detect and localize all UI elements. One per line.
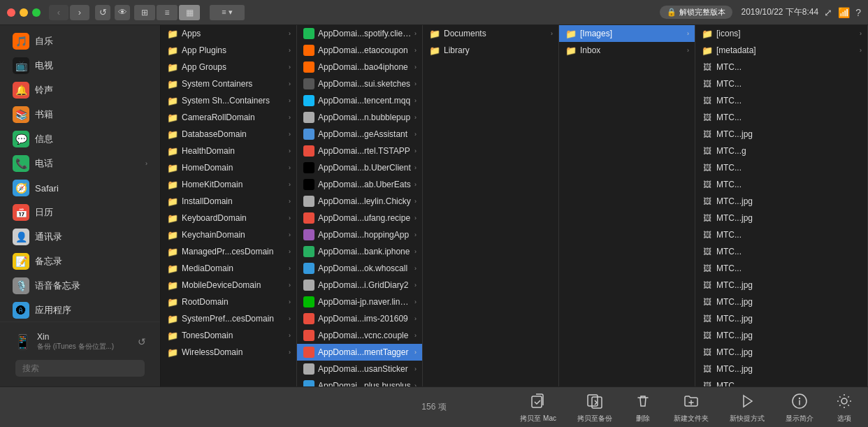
panel2-row-14[interactable]: AppDomai...ok.whoscall › [297,260,422,277]
panel2-row-13[interactable]: AppDomai...bank.iphone › [297,243,422,260]
search-input[interactable] [15,360,145,377]
panel2-row-4[interactable]: AppDomai...tencent.mqq › [297,92,422,109]
panel5-row-7[interactable]: 🖼 MTC...g [695,143,867,159]
panel1-row-15[interactable]: 📁 MobileDeviceDomain › [161,277,296,294]
panel2-row-9[interactable]: AppDomai...ab.UberEats › [297,176,422,193]
device-item[interactable]: 📱 Xin 备份 (iTunes 备份位置...) ↺ [8,328,152,356]
panel1-row-11[interactable]: 📁 KeyboardDomain › [161,210,296,226]
panel5-row-3[interactable]: 🖼 MTC... [695,75,867,92]
sidebar-item-calendar[interactable]: 📅 日历 [4,201,156,224]
panel2-row-16[interactable]: AppDomai-jp.naver.line... › [297,294,422,310]
panel5-row-0[interactable]: 📁 [icons] › [695,25,867,42]
panel1-row-7[interactable]: 📁 HealthDomain › [161,143,296,159]
help-icon[interactable]: ? [855,7,861,18]
panel1-row-2[interactable]: 📁 App Groups › [161,59,296,75]
sidebar-item-voice[interactable]: 🎙️ 语音备忘录 [4,274,156,298]
copy-mac-btn[interactable]: 拷贝至 Mac [520,391,556,424]
view-list-btn[interactable]: ≡ [157,5,178,20]
panel2-row-11[interactable]: AppDomai...ufang.recipe › [297,210,422,226]
sidebar-item-safari[interactable]: 🧭 Safari [4,176,156,200]
panel2-row-18[interactable]: AppDomai...vcnc.couple › [297,327,422,344]
eye-btn[interactable]: 👁 [115,5,130,20]
panel1-row-14[interactable]: 📁 MediaDomain › [161,260,296,277]
unlock-button[interactable]: 🔒 解锁完整版本 [660,6,732,19]
panel1-row-17[interactable]: 📁 SystemPref...cesDomain › [161,310,296,327]
panel1-row-10[interactable]: 📁 InstallDomain › [161,193,296,210]
sidebar-item-messages[interactable]: 💬 信息 [4,127,156,151]
panel2-row-2[interactable]: AppDomai...bao4iphone › [297,59,422,75]
panel5-row-9[interactable]: 🖼 MTC... [695,176,867,193]
panel1-row-5[interactable]: 📁 CameraRollDomain › [161,109,296,126]
minimize-btn[interactable] [20,8,28,17]
close-btn[interactable] [7,8,15,17]
panel-1-scroll[interactable]: 📁 Apps › 📁 App Plugins › 📁 App Groups › … [161,25,296,386]
panel5-row-14[interactable]: 🖼 MTC... [695,260,867,277]
panel2-row-5[interactable]: AppDomai...n.bubblepup › [297,109,422,126]
sidebar-item-ringtones[interactable]: 🔔 铃声 [4,78,156,102]
view-column-btn[interactable]: ▦ [179,5,200,20]
panel2-row-1[interactable]: AppDomai...etaocoupon › [297,42,422,59]
panel2-row-10[interactable]: AppDomai...leylin.Chicky › [297,193,422,210]
panel2-row-7[interactable]: AppDomai...rtel.TSTAPP › [297,143,422,159]
panel-2-scroll[interactable]: AppDomai...spotify.client... › AppDomai.… [297,25,422,386]
sidebar-item-appstore[interactable]: 🅐 应用程序 [4,298,156,321]
panel5-row-4[interactable]: 🖼 MTC... [695,92,867,109]
panel2-row-0[interactable]: AppDomai...spotify.client... › [297,25,422,42]
panel1-row-6[interactable]: 📁 DatabaseDomain › [161,126,296,143]
panel1-row-0[interactable]: 📁 Apps › [161,25,296,42]
panel-5-scroll[interactable]: 📁 [icons] › 📁 [metadata] › 🖼 MTC... 🖼 MT… [695,25,867,386]
panel2-row-21[interactable]: AppDomai...plus.busplus › [297,377,422,386]
sidebar-item-contacts[interactable]: 👤 通讯录 [4,225,156,249]
sidebar-item-books[interactable]: 📚 书籍 [4,103,156,126]
panel5-row-2[interactable]: 🖼 MTC... [695,59,867,75]
panel1-row-19[interactable]: 📁 WirelessDomain › [161,344,296,361]
panel2-row-15[interactable]: AppDomai...i.GridDiary2 › [297,277,422,294]
quick-look-btn[interactable]: 新快提方式 [730,391,765,424]
sidebar-item-phone[interactable]: 📞 电话 › [4,152,156,175]
panel1-row-12[interactable]: 📁 KeychainDomain › [161,226,296,243]
panel5-row-16[interactable]: 🖼 MTC...jpg [695,294,867,310]
panel-3-scroll[interactable]: 📁 Documents › 📁 Library [423,25,558,386]
panel5-row-19[interactable]: 🖼 MTC...jpg [695,344,867,361]
back-btn[interactable]: ‹ [49,5,68,20]
view-grid-btn[interactable]: ⊞ [134,5,155,20]
panel2-row-6[interactable]: AppDomai...geAssistant › [297,126,422,143]
info-btn[interactable]: 显示简介 [786,391,813,424]
panel1-row-4[interactable]: 📁 System Sh...Containers › [161,92,296,109]
new-folder-btn[interactable]: 新建文件夹 [674,391,709,424]
panel5-row-5[interactable]: 🖼 MTC... [695,109,867,126]
panel2-row-12[interactable]: AppDomai...hoppingApp › [297,226,422,243]
panel5-row-6[interactable]: 🖼 MTC...jpg [695,126,867,143]
panel5-row-18[interactable]: 🖼 MTC...jpg [695,327,867,344]
refresh-btn[interactable]: ↺ [95,5,110,20]
sidebar-item-apps[interactable]: 🎵 自乐 [4,29,156,53]
panel1-row-1[interactable]: 📁 App Plugins › [161,42,296,59]
panel2-row-19[interactable]: AppDomai...mentTagger › [297,344,422,361]
panel1-row-9[interactable]: 📁 HomeKitDomain › [161,176,296,193]
panel5-row-17[interactable]: 🖼 MTC...jpg [695,310,867,327]
panel-4-scroll[interactable]: 📁 [Images] › 📁 Inbox › [559,25,695,386]
panel5-row-13[interactable]: 🖼 MTC... [695,243,867,260]
panel2-row-8[interactable]: AppDomai...b.UberClient › [297,159,422,176]
panel1-row-8[interactable]: 📁 HomeDomain › [161,159,296,176]
panel5-row-21[interactable]: 🖼 MTC... [695,377,867,386]
copy-backup-btn[interactable]: 拷贝至备份 [577,391,612,424]
panel4-row-0[interactable]: 📁 [Images] › [559,25,695,42]
panel3-row-0[interactable]: 📁 Documents › [423,25,558,42]
sidebar-item-notes[interactable]: 📝 备忘录 [4,249,156,273]
action-btn[interactable]: ≡ ▾ [210,5,245,20]
panel5-row-1[interactable]: 📁 [metadata] › [695,42,867,59]
panel1-row-18[interactable]: 📁 TonesDomain › [161,327,296,344]
panel1-row-16[interactable]: 📁 RootDomain › [161,294,296,310]
panel5-row-12[interactable]: 🖼 MTC... [695,226,867,243]
panel5-row-15[interactable]: 🖼 MTC...jpg [695,277,867,294]
panel5-row-8[interactable]: 🖼 MTC... [695,159,867,176]
panel4-row-1[interactable]: 📁 Inbox › [559,42,695,59]
maximize-btn[interactable] [32,8,41,17]
panel2-row-3[interactable]: AppDomai...sui.sketches › [297,75,422,92]
panel1-row-3[interactable]: 📁 System Containers › [161,75,296,92]
panel2-row-17[interactable]: AppDomai...ims-201609 › [297,310,422,327]
panel1-row-13[interactable]: 📁 ManagedPr...cesDomain › [161,243,296,260]
panel3-row-1[interactable]: 📁 Library [423,42,558,59]
panel5-row-11[interactable]: 🖼 MTC...jpg [695,210,867,226]
